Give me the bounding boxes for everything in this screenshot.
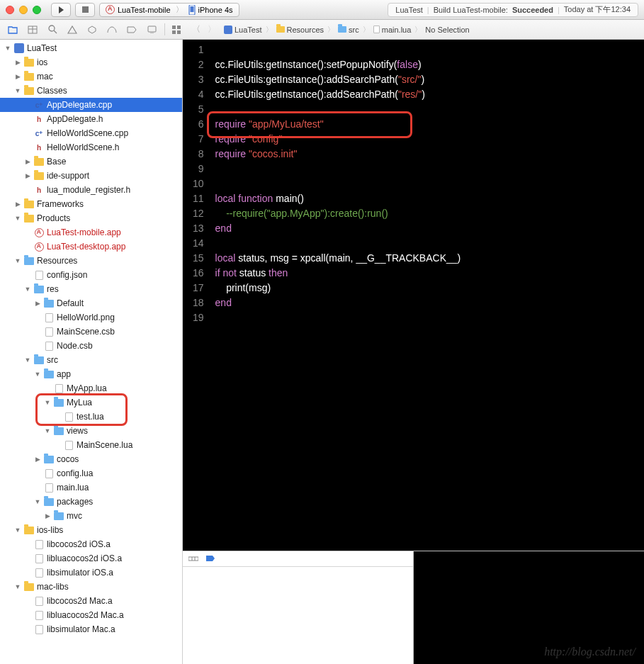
debug-navigator-tab[interactable] <box>106 24 118 35</box>
tree-row[interactable]: c⁺HelloWorldScene.cpp <box>0 126 182 140</box>
tree-row[interactable]: MainScene.csb <box>0 325 182 339</box>
tree-row[interactable]: ▼Classes <box>0 84 182 98</box>
tree-row[interactable]: ▼packages <box>0 495 182 509</box>
code-line[interactable] <box>215 176 461 191</box>
tree-row[interactable]: LuaTest-desktop.app <box>0 240 182 254</box>
tree-label: mvc <box>67 511 82 521</box>
code-line[interactable]: require "config" <box>215 132 461 147</box>
code-line[interactable] <box>215 310 461 325</box>
go-back-button[interactable]: 〈 <box>192 23 200 35</box>
source-editor[interactable]: 12345678910111213141516171819 cc.FileUti… <box>183 40 644 551</box>
tree-row[interactable]: ▼res <box>0 282 182 296</box>
code-line[interactable]: --require("app.MyApp"):create():run() <box>215 206 461 221</box>
tree-row[interactable]: LuaTest-mobile.app <box>0 225 182 240</box>
tree-row[interactable]: libsimulator Mac.a <box>0 622 182 636</box>
related-items-button[interactable] <box>171 24 182 35</box>
tree-label: ios <box>37 57 47 67</box>
toggle-debug-icon[interactable] <box>188 554 198 564</box>
tree-row[interactable]: hlua_module_register.h <box>0 183 182 197</box>
breadcrumb-item[interactable]: src <box>336 25 361 35</box>
scheme-target: LuaTest-mobile <box>118 6 171 14</box>
tree-row[interactable]: libsimulator iOS.a <box>0 565 182 580</box>
code-line[interactable]: require "cocos.init" <box>215 147 461 162</box>
find-navigator-tab[interactable] <box>47 24 58 35</box>
symbol-navigator-tab[interactable] <box>27 24 38 35</box>
tree-row[interactable]: ▶cocos <box>0 452 182 466</box>
tree-row[interactable]: ▼LuaTest <box>0 41 182 55</box>
tree-row[interactable]: MainScene.lua <box>0 438 182 452</box>
code-line[interactable]: require "app/MyLua/test" <box>215 117 461 132</box>
breakpoint-navigator-tab[interactable] <box>126 24 137 35</box>
code-line[interactable] <box>215 162 461 176</box>
tree-row[interactable]: ▼ios-libs <box>0 523 182 537</box>
bluefolder-icon <box>33 284 45 294</box>
minimize-window-button[interactable] <box>19 6 28 14</box>
breadcrumb-item[interactable]: Resources <box>274 25 327 35</box>
breadcrumb-item[interactable]: LuaTest <box>222 25 264 35</box>
code-line[interactable] <box>215 236 461 251</box>
tree-row[interactable]: libluacocos2d iOS.a <box>0 551 182 565</box>
play-icon <box>58 6 64 13</box>
tree-row[interactable]: Node.csb <box>0 339 182 353</box>
code-line[interactable]: end <box>215 221 461 236</box>
tree-row[interactable]: ▼app <box>0 367 182 381</box>
jump-bar[interactable]: LuaTest〉Resources〉src〉main.lua〉No Select… <box>222 25 472 35</box>
tree-row[interactable]: ▶Default <box>0 296 182 310</box>
hfile-icon: h <box>33 114 45 124</box>
tree-row[interactable]: ▼src <box>0 353 182 367</box>
stop-button[interactable] <box>75 3 95 17</box>
code-line[interactable]: if not status then <box>215 266 461 281</box>
tree-row[interactable]: ▶mvc <box>0 509 182 523</box>
tree-row[interactable]: libcocos2d iOS.a <box>0 537 182 551</box>
tree-row[interactable]: main.lua <box>0 480 182 495</box>
tree-row[interactable]: HelloWorld.png <box>0 310 182 325</box>
tree-row[interactable]: ▶mac <box>0 69 182 84</box>
tree-row[interactable]: ▶Base <box>0 154 182 169</box>
code-line[interactable]: print(msg) <box>215 281 461 296</box>
report-navigator-tab[interactable] <box>146 24 157 35</box>
tree-row[interactable]: libluacocos2d Mac.a <box>0 608 182 622</box>
project-navigator-tab[interactable] <box>7 24 18 35</box>
tree-row[interactable]: ▼views <box>0 424 182 438</box>
line-gutter: 12345678910111213141516171819 <box>183 40 210 551</box>
tree-row[interactable]: hAppDelegate.h <box>0 112 182 126</box>
breadcrumb-item[interactable]: main.lua <box>371 25 414 35</box>
tree-row[interactable]: MyApp.lua <box>0 381 182 395</box>
tree-row[interactable]: hHelloWorldScene.h <box>0 140 182 154</box>
tree-row[interactable]: c⁺AppDelegate.cpp <box>0 98 182 112</box>
breadcrumb-item[interactable]: No Selection <box>423 25 471 35</box>
project-navigator[interactable]: ▼LuaTest▶ios▶mac▼Classesc⁺AppDelegate.cp… <box>0 40 183 664</box>
tree-row[interactable]: libcocos2d Mac.a <box>0 594 182 608</box>
code-line[interactable] <box>215 102 461 117</box>
code-line[interactable] <box>215 43 461 57</box>
tree-row[interactable]: ▼MyLua <box>0 395 182 410</box>
code-line[interactable]: local status, msg = xpcall(main, __G__TR… <box>215 251 461 266</box>
code-line[interactable]: cc.FileUtils:getInstance():addSearchPath… <box>215 87 461 102</box>
code-line[interactable]: cc.FileUtils:getInstance():addSearchPath… <box>215 72 461 87</box>
navigator-tabs <box>0 24 164 35</box>
console-view[interactable] <box>413 551 644 664</box>
issue-navigator-tab[interactable] <box>67 24 78 35</box>
code-content[interactable]: cc.FileUtils:getInstance():setPopupNotif… <box>210 40 467 551</box>
tree-row[interactable]: ▶ide-support <box>0 169 182 183</box>
variables-view[interactable] <box>183 551 413 664</box>
breakpoint-toggle-icon[interactable] <box>205 554 215 564</box>
tree-row[interactable]: test.lua <box>0 410 182 424</box>
test-navigator-tab[interactable] <box>86 24 98 35</box>
tree-row[interactable]: ▼Resources <box>0 254 182 268</box>
tree-row[interactable]: config.lua <box>0 466 182 480</box>
code-line[interactable]: end <box>215 296 461 310</box>
tree-row[interactable]: ▶ios <box>0 55 182 69</box>
code-line[interactable]: cc.FileUtils:getInstance():setPopupNotif… <box>215 57 461 72</box>
tree-label: views <box>67 426 88 436</box>
code-line[interactable]: local function main() <box>215 191 461 206</box>
go-forward-button[interactable]: 〉 <box>208 23 216 35</box>
zoom-window-button[interactable] <box>33 6 41 14</box>
scheme-selector[interactable]: LuaTest-mobile 〉 iPhone 4s <box>99 3 239 17</box>
close-window-button[interactable] <box>6 6 14 14</box>
run-button[interactable] <box>51 3 71 17</box>
tree-row[interactable]: ▶Frameworks <box>0 197 182 211</box>
tree-row[interactable]: ▼Products <box>0 211 182 225</box>
tree-row[interactable]: config.json <box>0 268 182 282</box>
tree-row[interactable]: ▼mac-libs <box>0 580 182 594</box>
